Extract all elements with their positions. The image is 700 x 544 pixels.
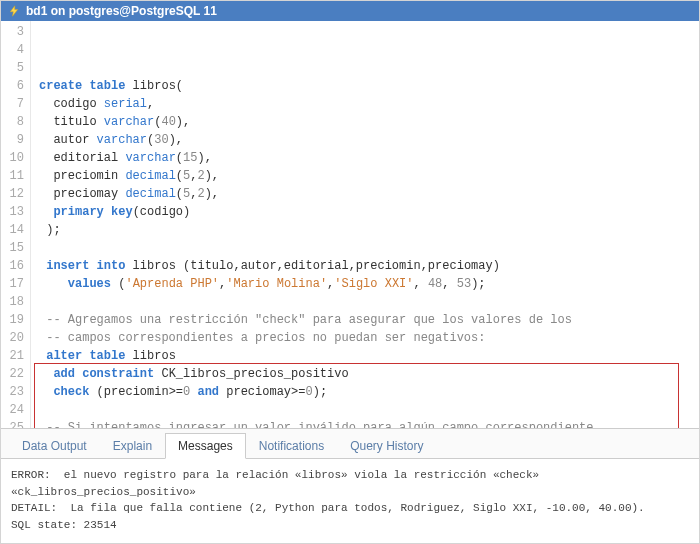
line-number: 10 [1,149,24,167]
code-line[interactable]: preciomay decimal(5,2), [39,185,699,203]
code-line[interactable]: primary key(codigo) [39,203,699,221]
code-line[interactable] [39,401,699,419]
message-line: ERROR: el nuevo registro para la relació… [11,467,689,500]
line-number: 17 [1,275,24,293]
line-number: 6 [1,77,24,95]
sql-editor[interactable]: 3456789101112131415161718192021222324252… [1,21,699,428]
code-line[interactable]: check (preciomin>=0 and preciomay>=0); [39,383,699,401]
line-number: 18 [1,293,24,311]
output-panel: Data OutputExplainMessagesNotificationsQ… [1,428,699,543]
line-number: 22 [1,365,24,383]
code-line[interactable]: -- Agregamos una restricción "check" par… [39,311,699,329]
line-number: 15 [1,239,24,257]
code-line[interactable]: editorial varchar(15), [39,149,699,167]
line-number: 8 [1,113,24,131]
code-line[interactable]: preciomin decimal(5,2), [39,167,699,185]
code-line[interactable] [39,239,699,257]
code-line[interactable]: titulo varchar(40), [39,113,699,131]
line-number: 23 [1,383,24,401]
code-content[interactable]: create table libros( codigo serial, titu… [31,21,699,428]
message-line: DETAIL: La fila que falla contiene (2, P… [11,500,689,517]
line-number: 19 [1,311,24,329]
line-number: 3 [1,23,24,41]
code-line[interactable]: add constraint CK_libros_precios_positiv… [39,365,699,383]
messages-content[interactable]: ERROR: el nuevo registro para la relació… [1,459,699,543]
line-number: 24 [1,401,24,419]
line-number: 7 [1,95,24,113]
code-line[interactable]: -- campos correspondientes a precios no … [39,329,699,347]
message-line: SQL state: 23514 [11,517,689,534]
line-number: 16 [1,257,24,275]
code-line[interactable]: -- Si intentamos ingresar un valor invál… [39,419,699,428]
line-number: 21 [1,347,24,365]
tab-explain[interactable]: Explain [100,433,165,458]
output-tabs: Data OutputExplainMessagesNotificationsQ… [1,429,699,459]
window-title: bd1 on postgres@PostgreSQL 11 [26,4,217,18]
line-number: 20 [1,329,24,347]
line-number: 5 [1,59,24,77]
tab-data-output[interactable]: Data Output [9,433,100,458]
line-number: 25 [1,419,24,428]
code-line[interactable]: codigo serial, [39,95,699,113]
tab-query-history[interactable]: Query History [337,433,436,458]
line-number: 14 [1,221,24,239]
line-number: 13 [1,203,24,221]
code-line[interactable]: insert into libros (titulo,autor,editori… [39,257,699,275]
code-line[interactable]: ); [39,221,699,239]
code-line[interactable]: create table libros( [39,77,699,95]
code-line[interactable] [39,293,699,311]
tab-notifications[interactable]: Notifications [246,433,337,458]
line-number: 9 [1,131,24,149]
code-line[interactable]: autor varchar(30), [39,131,699,149]
line-number: 4 [1,41,24,59]
lightning-icon [7,4,21,18]
line-number: 12 [1,185,24,203]
tab-messages[interactable]: Messages [165,433,246,459]
line-number-gutter: 3456789101112131415161718192021222324252… [1,21,31,428]
line-number: 11 [1,167,24,185]
code-line[interactable]: alter table libros [39,347,699,365]
title-bar: bd1 on postgres@PostgreSQL 11 [1,1,699,21]
code-line[interactable]: values ('Aprenda PHP','Mario Molina','Si… [39,275,699,293]
